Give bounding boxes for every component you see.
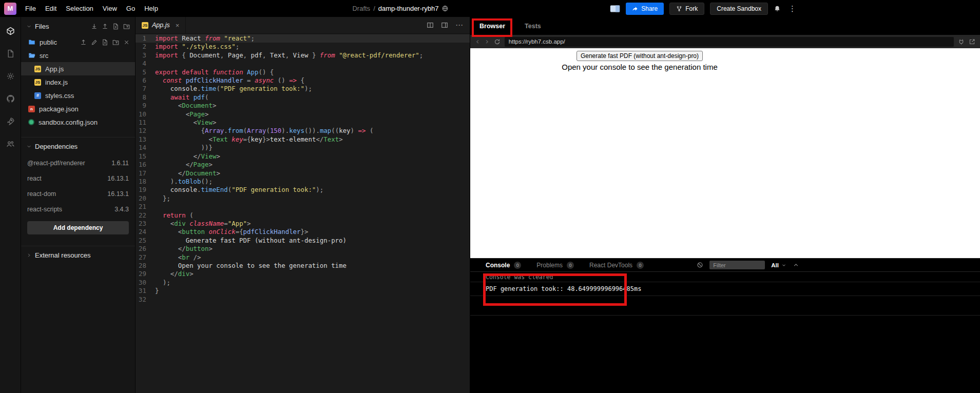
npm-icon: n: [28, 106, 35, 112]
rename-icon[interactable]: [91, 39, 98, 46]
files-section-header[interactable]: Files: [21, 17, 135, 35]
generate-pdf-button[interactable]: Generate fast PDF (without ant-design-pr…: [577, 51, 703, 61]
open-in-new-window-icon[interactable]: [969, 38, 975, 45]
menu-help[interactable]: Help: [140, 5, 163, 12]
dependency-row[interactable]: react-dom16.13.1: [21, 186, 135, 202]
new-file-icon[interactable]: [112, 23, 119, 30]
console-entries: Console was clearedPDF generation took::…: [470, 272, 980, 316]
dependency-row[interactable]: react-scripts3.4.3: [21, 202, 135, 217]
editor-tab-appjs[interactable]: JS App.js ×: [136, 17, 186, 33]
file-styles.css[interactable]: #styles.css: [21, 89, 135, 102]
file-label: styles.css: [45, 92, 74, 100]
external-resources-header[interactable]: External resources: [21, 246, 135, 264]
menu-edit[interactable]: Edit: [41, 5, 61, 12]
editor-more-icon[interactable]: ⋯: [455, 21, 464, 30]
code-line: 22 return (: [136, 211, 470, 220]
console-entry: Console was cleared: [470, 272, 980, 282]
code-line: 2import "./styles.css";: [136, 43, 470, 51]
line-number: 5: [136, 68, 155, 76]
split-horizontal-icon[interactable]: [427, 22, 434, 29]
file-label: package.json: [39, 105, 79, 113]
log-level-value: All: [771, 262, 779, 268]
notifications-bell-icon[interactable]: [774, 5, 781, 12]
preview-layout-icon[interactable]: [610, 5, 620, 12]
console-panel: Console0Problems0React DevTools0 All Con…: [470, 258, 980, 393]
fork-button[interactable]: Fork: [669, 3, 704, 15]
new-folder-icon[interactable]: [112, 39, 119, 46]
github-icon[interactable]: [0, 89, 21, 109]
rendered-app: Generate fast PDF (without ant-design-pr…: [470, 48, 809, 71]
dependency-row[interactable]: react16.13.1: [21, 171, 135, 186]
line-number: 12: [136, 127, 155, 135]
file-App.js[interactable]: JSApp.js: [21, 62, 135, 75]
browser-navigation-bar: ‹ ›: [470, 35, 980, 48]
live-icon[interactable]: [0, 134, 21, 154]
fork-label: Fork: [685, 5, 698, 12]
explorer-icon[interactable]: [0, 21, 21, 41]
settings-icon[interactable]: [0, 66, 21, 86]
chevron-right-icon: [26, 252, 32, 258]
split-vertical-icon[interactable]: [441, 22, 448, 29]
code-line: 4: [136, 60, 470, 68]
delete-icon[interactable]: [123, 39, 130, 46]
share-button[interactable]: Share: [626, 3, 664, 15]
log-level-select[interactable]: All: [771, 262, 786, 268]
code-line: 1import React from "react";: [136, 34, 470, 43]
menu-file[interactable]: File: [21, 5, 41, 12]
console-tab-react-devtools[interactable]: React DevTools0: [589, 262, 644, 269]
file-row-actions: [80, 39, 135, 46]
codesandbox-logo[interactable]: M: [4, 3, 16, 15]
code-line: 7 console.time("PDF generation took:");: [136, 85, 470, 93]
new-folder-icon[interactable]: [123, 23, 130, 30]
count-badge: 0: [637, 262, 644, 269]
file-public[interactable]: public: [21, 35, 135, 49]
line-number: 17: [136, 169, 155, 178]
download-icon[interactable]: [91, 23, 98, 30]
url-bar[interactable]: [505, 37, 954, 47]
breadcrumb: Drafts / damp-thunder-rybh7: [352, 5, 448, 12]
expand-console-icon[interactable]: [793, 262, 799, 268]
file-sandbox.config.json[interactable]: sandbox.config.json: [21, 115, 135, 129]
file-index.js[interactable]: JSindex.js: [21, 75, 135, 89]
preview-plugin-icon[interactable]: [958, 38, 965, 45]
console-filter-input[interactable]: [709, 261, 765, 269]
line-number: 22: [136, 211, 155, 220]
clear-console-icon[interactable]: [697, 262, 703, 268]
close-tab-icon[interactable]: ×: [176, 22, 180, 29]
menu-view[interactable]: View: [98, 5, 122, 12]
dependency-name: @react-pdf/renderer: [27, 160, 85, 167]
console-toolbar: All: [697, 261, 799, 269]
line-number: 3: [136, 51, 155, 60]
forward-icon[interactable]: ›: [484, 37, 489, 46]
console-header: Console0Problems0React DevTools0 All: [470, 259, 980, 272]
dependency-row[interactable]: @react-pdf/renderer1.6.11: [21, 155, 135, 171]
upload-icon[interactable]: [102, 23, 108, 30]
more-menu-icon[interactable]: ⋮: [786, 4, 798, 13]
privacy-globe-icon[interactable]: [442, 5, 449, 12]
code-area[interactable]: 1import React from "react";2import "./st…: [136, 34, 470, 393]
line-number: 19: [136, 186, 155, 194]
console-tab-problems[interactable]: Problems0: [536, 262, 574, 269]
menu-selection[interactable]: Selection: [61, 5, 98, 12]
file-package.json[interactable]: npackage.json: [21, 102, 135, 115]
upload-icon[interactable]: [80, 39, 87, 46]
refresh-icon[interactable]: [494, 38, 501, 45]
breadcrumb-folder[interactable]: Drafts: [352, 5, 370, 12]
back-icon[interactable]: ‹: [475, 37, 480, 46]
code-line: 9 <Document>: [136, 102, 470, 110]
preview-tab-tests[interactable]: Tests: [525, 23, 541, 30]
menu-go[interactable]: Go: [122, 5, 140, 12]
line-number: 18: [136, 178, 155, 186]
create-sandbox-button[interactable]: Create Sandbox: [710, 3, 768, 15]
code-line: 25 Generate fast PDF (without ant-design…: [136, 237, 470, 245]
new-file-icon[interactable]: [102, 39, 108, 46]
console-tab-console[interactable]: Console0: [486, 262, 521, 269]
files-icon[interactable]: [0, 44, 21, 64]
preview-tab-browser[interactable]: Browser: [479, 23, 505, 30]
add-dependency-button[interactable]: Add dependency: [27, 221, 129, 234]
dependencies-section-header[interactable]: Dependencies: [21, 137, 135, 155]
deployment-icon[interactable]: [0, 111, 21, 131]
sandbox-title[interactable]: damp-thunder-rybh7: [378, 5, 439, 12]
file-src[interactable]: src: [21, 49, 135, 62]
code-line: 27 <br />: [136, 253, 470, 262]
